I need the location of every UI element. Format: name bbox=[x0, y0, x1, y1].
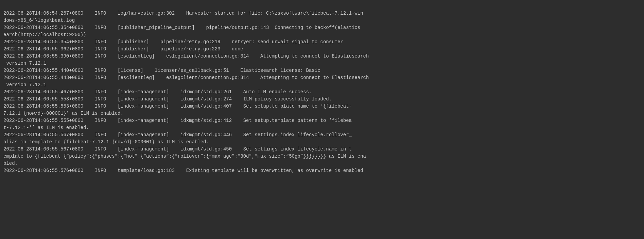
log-line: 2022-06-28T14:06:55.354+0800 INFO [publi… bbox=[3, 24, 641, 38]
log-line: 2022-06-28T14:06:55.443+0800 INFO [escli… bbox=[3, 74, 641, 89]
log-line: 2022-06-28T14:06:55.440+0800 INFO [licen… bbox=[3, 67, 641, 74]
log-output: 2022-06-28T14:06:54.267+0800 INFO log/ha… bbox=[3, 3, 641, 174]
log-line: 2022-06-28T14:06:55.553+0800 INFO [index… bbox=[3, 96, 641, 103]
log-line: 2022-06-28T14:06:55.567+0800 INFO [index… bbox=[3, 131, 641, 146]
log-line: 2022-06-28T14:06:55.553+0800 INFO [index… bbox=[3, 103, 641, 117]
log-line: 2022-06-28T14:06:55.354+0800 INFO [publi… bbox=[3, 38, 641, 46]
log-line: 2022-06-28T14:06:55.576+0800 INFO templa… bbox=[3, 167, 641, 174]
log-line: 2022-06-28T14:06:55.362+0800 INFO [publi… bbox=[3, 46, 641, 53]
log-line: 2022-06-28T14:06:55.390+0800 INFO [escli… bbox=[3, 53, 641, 67]
log-line: 2022-06-28T14:06:55.555+0800 INFO [index… bbox=[3, 117, 641, 131]
log-line: 2022-06-28T14:06:55.467+0800 INFO [index… bbox=[3, 89, 641, 96]
log-line: 2022-06-28T14:06:55.567+0800 INFO [index… bbox=[3, 146, 641, 167]
log-line: 2022-06-28T14:06:54.267+0800 INFO log/ha… bbox=[3, 10, 641, 24]
